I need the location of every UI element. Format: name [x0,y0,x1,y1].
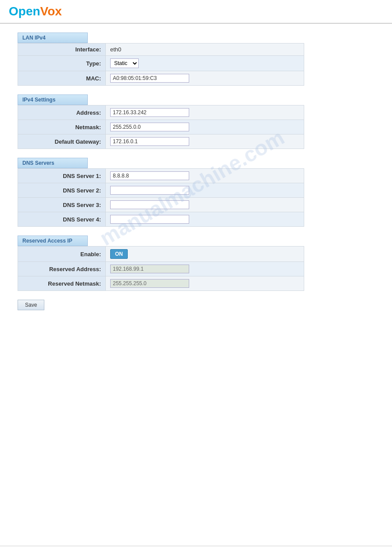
interface-value-cell: eth0 [106,44,304,56]
enable-value-cell: ON [106,247,304,262]
type-value-cell: Static DHCP [106,56,304,71]
netmask-input[interactable] [110,123,189,131]
address-label: Address: [18,105,106,120]
reserved-netmask-label: Reserved Netmask: [18,276,106,291]
ipv4-settings-header: IPv4 Settings [18,94,88,105]
enable-toggle[interactable]: ON [110,249,128,259]
dns4-input[interactable] [110,215,189,224]
reserved-access-ip-section: Reserved Access IP Enable: ON Reserved A… [18,236,304,291]
dns3-value-cell [106,198,304,212]
dns-servers-section: DNS Servers DNS Server 1: DNS Server 2: … [18,158,304,227]
table-row: Address: [18,105,304,120]
type-select[interactable]: Static DHCP [110,58,139,68]
logo-open: Open [9,4,40,18]
table-row: Enable: ON [18,247,304,262]
dns-servers-header: DNS Servers [18,158,88,168]
gateway-input[interactable] [110,137,189,146]
table-row: Netmask: [18,120,304,134]
dns4-label: DNS Server 4: [18,212,106,227]
ipv4-settings-section: IPv4 Settings Address: Netmask: Default … [18,94,304,149]
table-row: Reserved Address: [18,262,304,276]
dns2-value-cell [106,183,304,198]
table-row: Type: Static DHCP [18,56,304,71]
ipv4-settings-table: Address: Netmask: Default Gateway: [18,105,304,149]
logo: OpenVox [9,4,62,18]
lan-ipv4-table: Interface: eth0 Type: Static DHCP MAC: [18,43,304,86]
table-row: DNS Server 3: [18,198,304,212]
address-input[interactable] [110,108,189,117]
dns1-value-cell [106,169,304,183]
table-row: Interface: eth0 [18,44,304,56]
interface-value: eth0 [110,46,121,53]
reserved-address-label: Reserved Address: [18,262,106,276]
address-value-cell [106,105,304,120]
table-row: DNS Server 4: [18,212,304,227]
table-row: MAC: [18,71,304,86]
table-row: DNS Server 2: [18,183,304,198]
dns2-label: DNS Server 2: [18,183,106,198]
dns1-input[interactable] [110,171,189,180]
table-row: DNS Server 1: [18,169,304,183]
dns3-input[interactable] [110,200,189,209]
lan-ipv4-header: LAN IPv4 [18,33,88,43]
gateway-label: Default Gateway: [18,134,106,149]
dns4-value-cell [106,212,304,227]
gateway-value-cell [106,134,304,149]
main-content: LAN IPv4 Interface: eth0 Type: Static DH… [0,24,392,319]
reserved-access-ip-header: Reserved Access IP [18,236,88,246]
table-row: Reserved Netmask: [18,276,304,291]
netmask-label: Netmask: [18,120,106,134]
mac-input[interactable] [110,74,189,83]
dns1-label: DNS Server 1: [18,169,106,183]
table-row: Default Gateway: [18,134,304,149]
mac-label: MAC: [18,71,106,86]
reserved-netmask-input[interactable] [110,279,189,288]
logo-vox: Vox [40,4,62,18]
mac-value-cell [106,71,304,86]
reserved-address-input[interactable] [110,265,189,273]
dns3-label: DNS Server 3: [18,198,106,212]
netmask-value-cell [106,120,304,134]
type-label: Type: [18,56,106,71]
reserved-access-ip-table: Enable: ON Reserved Address: Reserved Ne… [18,246,304,291]
dns2-input[interactable] [110,186,189,195]
enable-label: Enable: [18,247,106,262]
reserved-netmask-value-cell [106,276,304,291]
save-button[interactable]: Save [18,300,44,310]
dns-servers-table: DNS Server 1: DNS Server 2: DNS Server 3… [18,168,304,227]
reserved-address-value-cell [106,262,304,276]
lan-ipv4-section: LAN IPv4 Interface: eth0 Type: Static DH… [18,33,304,86]
interface-label: Interface: [18,44,106,56]
page-header: OpenVox [0,0,392,24]
